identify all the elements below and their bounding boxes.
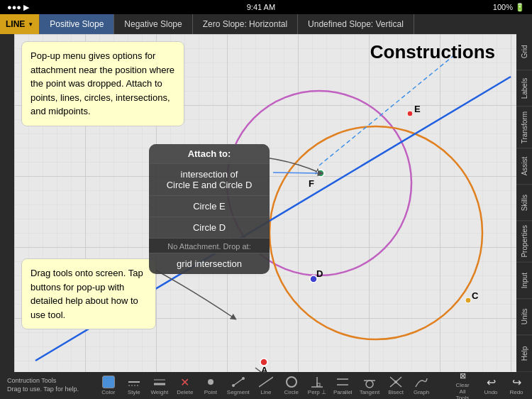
left-sidebar [0,34,14,372]
tab-zero-slope[interactable]: Zero Slope: Horizontal [193,14,298,34]
tool-point-label: Point [204,389,217,395]
undo-icon: ↩ [484,376,498,388]
tool-delete-label: Delete [177,389,193,395]
tool-segment-label: Segment [227,389,250,395]
delete-icon: ✕ [178,376,192,388]
tab-positive-label: Positive Slope [50,19,104,29]
tool-undo[interactable]: ↩ Undo [478,374,504,397]
tool-redo-label: Redo [509,389,523,395]
line-tab-arrow: ▼ [28,21,33,28]
tangent-icon [362,376,377,388]
weight-icon [153,376,167,388]
tool-perp[interactable]: Perp ⊥ [304,374,330,397]
status-bar: ●●● ▶ 9:41 AM 100% 🔋 [0,0,532,14]
tool-color[interactable]: Color [96,374,121,397]
bottom-right-tools-section: ⊠ ClearAllTools ↩ Undo ↪ Redo [447,368,529,399]
tool-circle[interactable]: Circle [279,374,304,397]
sidebar-item-units[interactable]: Units [516,299,532,335]
style-icon [127,376,141,388]
tab-undefined-slope[interactable]: Undefined Slope: Vertical [298,14,414,34]
bottom-tools-section: Color Style Weight ✕ Delete Point [96,374,434,397]
sidebar-item-assist[interactable]: Assist [516,148,532,185]
tool-bisect-label: Bisect [388,389,404,395]
constructions-label: Constructions [370,41,495,63]
tool-style-label: Style [128,389,140,395]
sidebar-item-skills[interactable]: Skills [516,185,532,221]
canvas-area: E F D C A Constructions Pop-up menu give… [14,34,516,372]
circle-shape-icon [286,376,297,388]
redo-icon: ↪ [509,376,523,388]
tool-clear-label: ClearAllTools [455,383,469,399]
tool-point[interactable]: Point [198,374,223,397]
svg-text:C: C [472,290,479,301]
tab-undefined-label: Undefined Slope: Vertical [308,19,404,29]
svg-point-29 [366,381,373,388]
bottom-info-line2: Drag to use. Tap for help. [7,386,79,394]
bisect-icon [389,376,403,388]
svg-point-12 [465,297,471,303]
tool-redo[interactable]: ↪ Redo [504,374,529,397]
tab-zero-label: Zero Slope: Horizontal [203,19,287,29]
tool-weight-label: Weight [150,389,168,395]
attach-item-circle-d[interactable]: Circle D [149,217,270,238]
attach-item-intersection[interactable]: intersection ofCircle E and Circle D [149,163,270,195]
clear-all-icon: ⊠ [455,369,470,382]
attach-item-grid-intersection[interactable]: grid intersection [149,253,270,274]
tool-undo-label: Undo [484,389,497,395]
tooltip-bubble: Pop-up menu gives options for attachment… [21,41,184,126]
svg-line-21 [233,378,243,386]
tool-weight[interactable]: Weight [147,374,172,397]
tool-tangent[interactable]: Tangent [356,374,383,397]
perp-icon [310,376,324,388]
point-icon [204,376,218,388]
tab-negative-label: Negative Slope [124,19,182,29]
status-time: 9:41 AM [247,3,275,11]
sidebar-item-labels[interactable]: Labels [516,70,532,106]
svg-point-33 [394,381,397,383]
bottom-toolbar: Contruction Tools Drag to use. Tap for h… [0,372,532,399]
sidebar-item-help[interactable]: Help [516,336,532,372]
top-toolbar: LINE ▼ Positive Slope Negative Slope Zer… [0,14,532,34]
tool-line[interactable]: Line [253,374,279,397]
tool-color-label: Color [101,389,115,395]
bottom-info: Contruction Tools Drag to use. Tap for h… [3,377,83,393]
svg-line-23 [259,377,273,387]
tool-delete[interactable]: ✕ Delete [172,374,198,397]
tool-clear-all[interactable]: ⊠ ClearAllTools [447,368,478,399]
attach-item-circle-e[interactable]: Circle E [149,195,270,217]
sidebar-item-transform[interactable]: Transform [516,107,532,148]
line-tab-label: LINE [6,19,25,29]
line-icon [259,376,273,388]
sidebar-item-grid[interactable]: Grid [516,34,532,70]
parallel-icon [336,376,350,388]
svg-text:A: A [261,365,268,372]
svg-point-6 [407,111,413,116]
svg-text:E: E [414,104,421,114]
svg-point-22 [242,377,245,380]
attach-section-no-attachment: No Attachment. Drop at: [149,238,270,253]
tool-style[interactable]: Style [121,374,147,397]
status-left: ●●● ▶ [7,3,29,12]
tool-graph[interactable]: Graph [409,374,434,397]
graph-icon [414,376,428,388]
tool-parallel[interactable]: Parallel [330,374,356,397]
tool-bisect[interactable]: Bisect [383,374,409,397]
point-dot-icon [208,379,214,385]
line-tool-tab[interactable]: LINE ▼ [0,14,40,34]
svg-text:D: D [316,268,323,279]
tool-segment[interactable]: Segment [223,374,253,397]
tab-positive-slope[interactable]: Positive Slope [40,14,114,34]
tool-parallel-label: Parallel [333,389,353,395]
sidebar-item-properties[interactable]: Properties [516,221,532,263]
svg-text:F: F [309,178,314,189]
tool-tangent-label: Tangent [360,389,379,395]
bottom-info-line1: Contruction Tools [7,377,79,386]
tool-line-label: Line [260,389,271,395]
circle-icon [284,376,299,388]
attach-menu[interactable]: Attach to: intersection ofCircle E and C… [149,144,270,274]
sidebar-item-input[interactable]: Input [516,263,532,299]
tab-negative-slope[interactable]: Negative Slope [114,14,192,34]
tool-perp-label: Perp ⊥ [308,389,326,395]
tool-graph-label: Graph [414,389,429,395]
color-swatch [102,376,115,388]
